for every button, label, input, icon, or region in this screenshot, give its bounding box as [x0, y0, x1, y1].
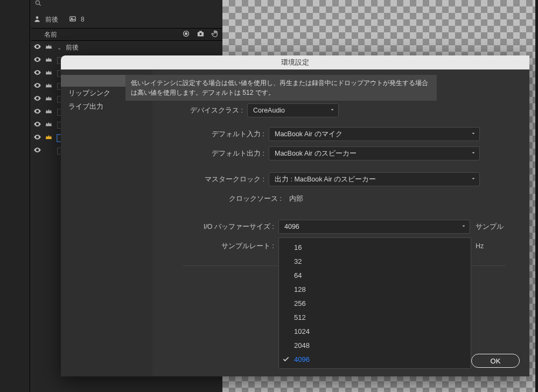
unit-hz: Hz — [476, 242, 484, 250]
buffer-option-128[interactable]: 128 — [279, 282, 471, 296]
camera-icon[interactable] — [197, 30, 205, 39]
dialog-sidebar: リップシンク ライブ出力 — [61, 69, 152, 376]
check-icon — [282, 355, 290, 365]
buffer-option-64[interactable]: 64 — [279, 268, 471, 282]
person-icon — [33, 15, 41, 24]
svg-point-17 — [37, 123, 38, 125]
svg-point-0 — [36, 1, 39, 4]
select-master-clock[interactable]: 出力 : MacBook Air のスピーカー — [269, 172, 480, 186]
panel-columns-row: 名前 — [31, 28, 222, 41]
svg-point-7 — [185, 33, 187, 35]
svg-line-1 — [39, 4, 41, 6]
crown-icon — [45, 107, 53, 117]
buffer-option-256[interactable]: 256 — [279, 296, 471, 310]
chevron-down-icon — [471, 176, 476, 183]
chevron-down-icon[interactable]: ⌄ — [57, 45, 61, 51]
label-device-class: デバイスクラス : — [161, 106, 247, 115]
field-default-output: デフォルト出力 : MacBook Air のスピーカー — [161, 144, 521, 163]
buffer-option-512[interactable]: 512 — [279, 310, 471, 324]
ok-button[interactable]: OK — [471, 354, 520, 368]
record-icon[interactable] — [182, 30, 190, 39]
buffer-option-32[interactable]: 32 — [279, 254, 471, 268]
label-master-clock: マスタークロック : — [161, 175, 269, 184]
crown-icon — [45, 120, 53, 130]
crown-icon — [45, 81, 53, 91]
label-sample-rate: サンプルレート : — [161, 242, 278, 251]
panel-header-label: 前後 — [45, 15, 58, 24]
preferences-dialog: 環境設定 リップシンク ライブ出力 低いレイテンシに設定する場合は低い値を使用し… — [61, 55, 529, 376]
layer-row-root[interactable]: ⌄ 前後 — [31, 41, 222, 54]
field-device-class: デバイスクラス : CoreAudio — [161, 101, 521, 120]
dialog-main: 低いレイテンシに設定する場合は低い値を使用し、再生または録音中にドロップアウトが… — [152, 69, 529, 376]
svg-point-18 — [37, 136, 38, 138]
field-io-buffer: I/O バッファーサイズ : 4096 サンプル — [161, 217, 521, 236]
field-master-clock: マスタークロック : 出力 : MacBook Air のスピーカー — [161, 170, 521, 189]
ok-button-label: OK — [491, 357, 501, 365]
dialog-titlebar[interactable]: 環境設定 — [61, 55, 529, 69]
crown-icon — [45, 68, 53, 78]
sidebar-item-liveoutput[interactable]: ライブ出力 — [61, 100, 152, 114]
svg-point-11 — [37, 46, 38, 47]
panel-header-count: 8 — [81, 16, 85, 23]
hand-icon[interactable] — [211, 30, 219, 39]
buffer-option-1024[interactable]: 1024 — [279, 324, 471, 338]
field-default-input: デフォルト入力 : MacBook Air のマイク — [161, 124, 521, 144]
eye-icon[interactable] — [33, 68, 41, 78]
chevron-down-icon — [330, 107, 335, 114]
svg-point-12 — [37, 59, 38, 60]
eye-icon[interactable] — [33, 55, 41, 65]
vertical-scrollbar[interactable] — [535, 0, 538, 392]
buffer-option-16[interactable]: 16 — [279, 240, 471, 254]
label-default-output: デフォルト出力 : — [161, 149, 269, 158]
buffer-option-2048[interactable]: 2048 — [279, 338, 471, 352]
svg-point-2 — [36, 16, 39, 19]
chevron-down-icon — [471, 130, 476, 138]
select-value: CoreAudio — [253, 107, 285, 114]
search-bar[interactable] — [31, 0, 220, 8]
eye-icon[interactable] — [33, 107, 41, 117]
io-buffer-dropdown[interactable]: 163264128256512102420484096 — [278, 237, 471, 369]
crown-icon — [45, 94, 53, 104]
column-name-label: 名前 — [44, 30, 57, 39]
crown-icon — [45, 43, 53, 52]
eye-icon[interactable] — [33, 43, 41, 52]
select-io-buffer[interactable]: 4096 — [278, 220, 470, 234]
chevron-down-icon — [461, 223, 466, 230]
select-device-class[interactable]: CoreAudio — [247, 103, 339, 117]
select-value: 出力 : MacBook Air のスピーカー — [275, 175, 376, 184]
eye-icon[interactable] — [33, 133, 41, 143]
eye-icon[interactable] — [33, 81, 41, 91]
svg-point-14 — [37, 85, 38, 86]
label-default-input: デフォルト入力 : — [161, 130, 269, 139]
unit-samples: サンプル — [476, 222, 504, 232]
svg-point-15 — [37, 97, 38, 99]
dialog-title: 環境設定 — [281, 58, 309, 67]
select-value: MacBook Air のスピーカー — [275, 149, 357, 158]
eye-icon[interactable] — [33, 120, 41, 130]
select-default-output[interactable]: MacBook Air のスピーカー — [269, 146, 480, 160]
svg-point-16 — [37, 110, 38, 112]
buffer-option-4096[interactable]: 4096 — [279, 352, 471, 366]
eye-icon[interactable] — [33, 146, 41, 156]
help-tooltip: 低いレイテンシに設定する場合は低い値を使用し、再生または録音中にドロップアウトが… — [125, 75, 437, 101]
chevron-down-icon — [471, 150, 476, 157]
label-io-buffer: I/O バッファーサイズ : — [161, 222, 278, 232]
image-icon — [69, 15, 76, 24]
layer-label: 前後 — [66, 43, 79, 52]
value-clock-source: 内部 — [286, 194, 303, 204]
eye-icon[interactable] — [33, 94, 41, 104]
crown-icon — [45, 133, 53, 143]
select-value: 4096 — [284, 223, 299, 230]
crown-icon — [45, 55, 53, 65]
select-value: MacBook Air のマイク — [275, 130, 343, 139]
svg-point-13 — [37, 72, 38, 73]
svg-point-19 — [37, 149, 38, 151]
panel-header-row: 前後 8 — [31, 13, 222, 26]
select-default-input[interactable]: MacBook Air のマイク — [269, 127, 480, 141]
search-icon — [34, 0, 42, 9]
label-clock-source: クロックソース : — [161, 194, 286, 204]
field-clock-source: クロックソース : 内部 — [161, 189, 521, 208]
svg-point-9 — [200, 33, 202, 35]
svg-rect-10 — [199, 31, 202, 33]
